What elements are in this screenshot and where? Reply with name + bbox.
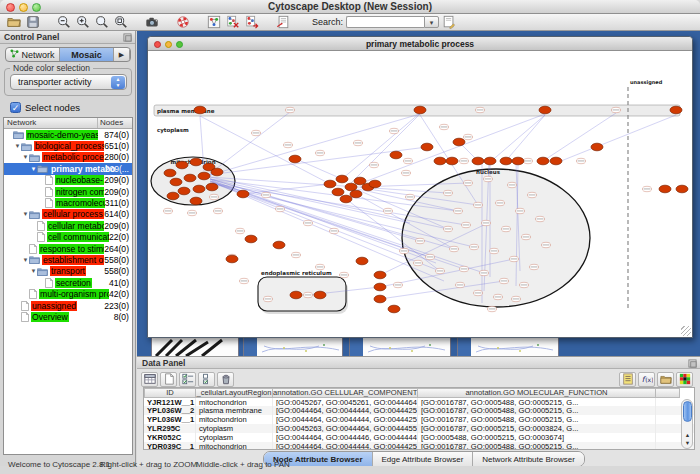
network-node-selected-color[interactable]: [356, 257, 368, 265]
network-node-selected-color[interactable]: [369, 180, 381, 188]
background-window-fragment[interactable]: [151, 337, 239, 356]
tab-network-attribute-browser[interactable]: Network Attribute Browser: [473, 452, 583, 466]
node-color-dropdown[interactable]: transporter activity ▲▼: [10, 74, 127, 90]
network-node-selected-color[interactable]: [446, 157, 458, 165]
help-lifebuoy-icon[interactable]: [175, 14, 191, 30]
table-scrollbar[interactable]: ▲▼: [681, 399, 693, 449]
table-row[interactable]: YDR039C__1mitochondrion[GO:0044464, GO:0…: [144, 442, 694, 450]
network-node-selected-color[interactable]: [374, 283, 386, 291]
tab-mosaic[interactable]: Mosaic: [60, 48, 114, 61]
zoom-button[interactable]: [32, 3, 41, 12]
network-node-selected-color[interactable]: [374, 271, 386, 279]
minimize-button[interactable]: [19, 3, 28, 12]
tree-row-primary-metabo[interactable]: ▼primary metabo209(...: [4, 163, 132, 174]
tab-network[interactable]: Network: [6, 48, 60, 61]
network-node-selected-color[interactable]: [164, 169, 176, 177]
annotation-icon[interactable]: [275, 14, 291, 30]
network-minimize-button[interactable]: [165, 41, 172, 48]
select-attributes-icon[interactable]: [179, 372, 196, 387]
attribute-list-icon[interactable]: [619, 372, 636, 387]
network-node-selected-color[interactable]: [324, 180, 336, 188]
tree-row-biological-process[interactable]: ▼biological_process651(0): [4, 140, 132, 151]
tree-row-macromolecule[interactable]: macromolecule311(0): [4, 197, 132, 208]
network-node-selected-color[interactable]: [176, 161, 188, 169]
network-node-selected-color[interactable]: [178, 187, 190, 195]
select-nodes-checkbox[interactable]: ✓: [10, 102, 21, 113]
tree-row-secretion[interactable]: secretion41(0): [4, 277, 132, 288]
background-window-fragment[interactable]: [349, 337, 451, 356]
network-node-selected-color[interactable]: [167, 192, 179, 200]
import-table-icon[interactable]: [657, 372, 674, 387]
network-node-selected-color[interactable]: [512, 157, 524, 165]
network-node-selected-color[interactable]: [434, 157, 446, 165]
zoom-fit-icon[interactable]: [113, 14, 129, 30]
network-zoom-button[interactable]: [176, 41, 183, 48]
open-folder-icon[interactable]: [6, 14, 22, 30]
tree-row-response-to-stimul[interactable]: response to stimul264(0): [4, 243, 132, 254]
network-edge[interactable]: [504, 115, 545, 163]
network-node-selected-color[interactable]: [388, 305, 400, 313]
expand-triangle-icon[interactable]: ▼: [22, 154, 29, 160]
network-node-selected-color[interactable]: [374, 295, 386, 303]
network-node-selected-color[interactable]: [190, 158, 202, 166]
network-node-selected-color[interactable]: [290, 291, 302, 299]
tree-row-cellular-process[interactable]: ▼cellular process614(0): [4, 209, 132, 220]
network-node-selected-color[interactable]: [537, 157, 549, 165]
expand-triangle-icon[interactable]: ▼: [22, 211, 29, 217]
function-builder-icon[interactable]: f(x): [638, 372, 655, 387]
network-node-selected-color[interactable]: [354, 177, 366, 185]
table-row[interactable]: YPL036W__1mitochondrion[GO:0044464, GO:0…: [144, 415, 694, 424]
attribute-table-icon[interactable]: [141, 372, 158, 387]
table-row[interactable]: YPL036W__2plasma membrane[GO:0044464, GO…: [144, 406, 694, 415]
network-node-selected-color[interactable]: [206, 183, 218, 191]
unselect-attributes-icon[interactable]: [198, 372, 215, 387]
network-node-selected-color[interactable]: [237, 190, 249, 198]
tree-row-establishment-of-lo[interactable]: ▼establishment of lo558(0): [4, 254, 132, 265]
network-node-selected-color[interactable]: [336, 175, 348, 183]
network-node-selected-color[interactable]: [332, 188, 344, 196]
scrollbar-arrows-icon[interactable]: ▲▼: [683, 431, 692, 447]
network-node-selected-color[interactable]: [484, 157, 496, 165]
network-edge[interactable]: [208, 112, 290, 175]
network-close-button[interactable]: [154, 41, 161, 48]
tree-row-transport[interactable]: ▼transport558(0): [4, 266, 132, 277]
network-node-selected-color[interactable]: [226, 255, 238, 263]
expand-triangle-icon[interactable]: ▼: [14, 143, 21, 149]
nucleus-region[interactable]: [402, 169, 590, 307]
resize-grip-icon[interactable]: [681, 326, 691, 336]
network-node-selected-color[interactable]: [453, 138, 465, 146]
zoom-in-icon[interactable]: [75, 14, 91, 30]
tree-row-unassigned[interactable]: unassigned223(0): [4, 300, 132, 311]
tree-row-cellular-metabol[interactable]: cellular metabol209(0): [4, 220, 132, 231]
column-header-1[interactable]: _cellularLayoutRegion: [196, 388, 273, 398]
network-node-selected-color[interactable]: [500, 157, 512, 165]
network-node-selected-color[interactable]: [340, 195, 352, 203]
tab-edge-attribute-browser[interactable]: Edge Attribute Browser: [373, 452, 474, 466]
network-node-selected-color[interactable]: [414, 106, 426, 114]
table-row[interactable]: YJR121W__1mitochondrion[GO:0045267, GO:0…: [144, 398, 694, 407]
network-node-selected-color[interactable]: [390, 151, 402, 159]
delete-attribute-icon[interactable]: [217, 372, 234, 387]
search-dropdown-button[interactable]: ▾: [424, 16, 439, 28]
network-window-titlebar[interactable]: primary metabolic process: [148, 37, 692, 51]
network-node-selected-color[interactable]: [198, 172, 210, 180]
background-window-fragment[interactable]: [243, 337, 343, 356]
float-data-panel-icon[interactable]: [688, 359, 697, 368]
network-node-selected-color[interactable]: [472, 157, 484, 165]
network-node-selected-color[interactable]: [194, 106, 206, 114]
expand-triangle-icon[interactable]: ▼: [22, 257, 29, 263]
float-panel-icon[interactable]: [123, 33, 132, 42]
network-node-selected-color[interactable]: [193, 185, 205, 193]
close-button[interactable]: [6, 3, 15, 12]
column-header-2[interactable]: annotation.GO CELLULAR_COMPONENT: [273, 388, 418, 398]
network-node-selected-color[interactable]: [190, 197, 202, 205]
zoom-selected-icon[interactable]: [94, 14, 110, 30]
network-node-selected-color[interactable]: [591, 143, 603, 151]
network-node-selected-color[interactable]: [421, 143, 433, 151]
new-attribute-icon[interactable]: [160, 372, 177, 387]
scrollbar-thumb[interactable]: [683, 401, 692, 422]
color-matrix-icon[interactable]: [676, 372, 693, 387]
network-node-selected-color[interactable]: [659, 185, 671, 193]
network-canvas[interactable]: plasma membranecytoplasmmitochondrionnuc…: [148, 51, 692, 337]
tree-row-nucleobase-[interactable]: nucleobase-209(0): [4, 175, 132, 186]
